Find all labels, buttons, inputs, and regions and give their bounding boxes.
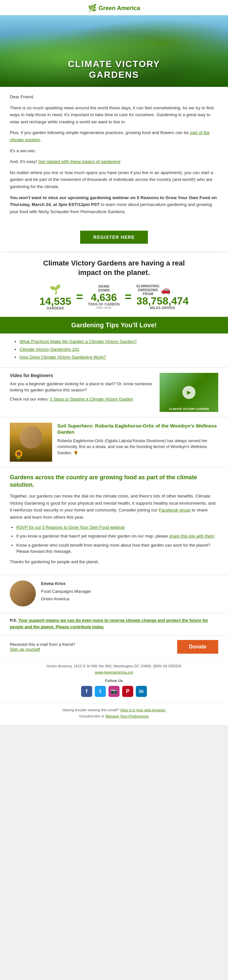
facebook-icon[interactable]: f <box>81 686 92 697</box>
flower-icon: 🌻 <box>13 449 24 460</box>
logo-leaf-icon: 🌿 <box>88 4 97 12</box>
greeting: Dear Friend, <box>10 93 218 100</box>
signature-title: Food Campaigns Manager <box>41 588 91 595</box>
video-section: Video for Beginners Are you a beginner g… <box>0 368 228 417</box>
ps-contribute-link[interactable]: Your support means we can do even more t… <box>10 618 208 629</box>
hero-title-line1: CLIMATE VICTORY <box>68 59 160 69</box>
stats-row: 🌱 14,535 GARDENS = drawdown 4,636 TONS O… <box>6 284 222 310</box>
video-para2: Check out our video: 5 Steps to Starting… <box>10 396 155 402</box>
para2: Plus, if you garden following simple reg… <box>10 129 218 143</box>
pinterest-icon[interactable]: P <box>122 686 133 697</box>
equals-1: = <box>76 290 83 304</box>
list-item: Climate Victory Gardening 101 <box>19 347 215 352</box>
carbon-sublabel: PER YEAR <box>88 306 120 309</box>
climate-para1: Together, our gardens can move the dial … <box>10 493 218 520</box>
gardens-icon: 🌱 <box>40 284 71 295</box>
signature-name: Emma Kriss <box>41 581 91 587</box>
tip-link-1[interactable]: What Practices Make My Garden a Climate … <box>19 339 137 344</box>
signup-link[interactable]: Sign up yourself <box>10 647 40 652</box>
para2-text: Plus, if you garden following simple reg… <box>10 130 190 135</box>
register-button[interactable]: REGISTER HERE <box>80 231 148 244</box>
signature-section: Emma Kriss Food Campaigns Manager Green … <box>0 575 228 613</box>
footer-bottom: Having trouble viewing this email? View … <box>0 704 228 725</box>
facebook-group-link[interactable]: Facebook group <box>159 508 191 512</box>
video-link[interactable]: 5 Steps to Starting a Climate Victory Ga… <box>50 397 133 401</box>
stat-gardens: 🌱 14,535 GARDENS <box>40 284 71 310</box>
tips-banner-title: Gardening Tips You'll Love! <box>71 321 157 329</box>
soil-body: Roberta Eaglehorse-Ortiz (Oglala Lakota/… <box>57 438 218 456</box>
climate-heading: Gardens across the country are growing f… <box>10 474 218 489</box>
video-text: Video for Beginners Are you a beginner g… <box>10 373 155 405</box>
para6: You won't want to miss our upcoming gard… <box>10 194 218 215</box>
footer-info: Green America, 1612 K St NW Ste 600, Was… <box>0 659 228 703</box>
view-browser-link[interactable]: View it in your web browser <box>120 708 166 712</box>
unsubscribe-text: Unsubscribe or Manage Your Preferences <box>10 713 218 720</box>
video-para1: Are you a beginner gardener looking for … <box>10 381 155 393</box>
para5: No matter where you live or how much spa… <box>10 169 218 190</box>
list-item: RSVP for our 5 Reasons to Grow Your Own … <box>16 524 218 531</box>
share-link[interactable]: share this link with them <box>169 534 214 538</box>
para3: It's a win-win. <box>10 147 218 154</box>
stat-carbon: drawdown 4,636 TONS OF CARBON PER YEAR <box>88 284 120 309</box>
para4: And, it's easy! Get started with these b… <box>10 158 218 165</box>
footer-address: Green America, 1612 K St NW Ste 600, Was… <box>10 663 218 669</box>
website-link[interactable]: www.greenamerica.org <box>95 670 133 674</box>
eliminating-label: eliminatingemissionsfrom 🚗 <box>137 284 188 296</box>
carbon-label: TONS OF CARBON <box>88 302 120 306</box>
follow-us-label: Follow Us <box>10 678 218 684</box>
manage-preferences-link[interactable]: Manage Your Preferences <box>105 714 149 718</box>
tips-list-section: What Practices Make My Garden a Climate … <box>0 334 228 368</box>
hero-title: CLIMATE VICTORY GARDENS <box>68 59 160 80</box>
donate-button[interactable]: Donate <box>177 640 218 654</box>
para4-prefix: And, it's easy! <box>10 159 38 164</box>
stat-miles: eliminatingemissionsfrom 🚗 38,758,474 MI… <box>137 284 188 310</box>
signup-text: Received this e-mail from a friend? Sign… <box>10 642 75 652</box>
rsvp-link[interactable]: RSVP for our 5 Reasons to Grow Your Own … <box>16 525 125 530</box>
soil-avatar <box>19 426 42 449</box>
gardening-basics-link[interactable]: Get started with these basics of gardeni… <box>38 159 120 164</box>
linkedin-icon[interactable]: in <box>136 686 147 697</box>
hero-title-line2: GARDENS <box>89 70 139 80</box>
carbon-number: 4,636 <box>88 292 120 302</box>
play-button-icon[interactable]: ▶ <box>182 386 195 399</box>
list-item: If you know a gardener that hasn't yet r… <box>16 533 218 539</box>
equals-2: = <box>125 290 132 304</box>
ps-text: P.S. Your support means we can do even m… <box>10 617 218 630</box>
para1: There is so much upsetting news around t… <box>10 105 218 126</box>
soil-heading-link[interactable]: Soil Superhero: Roberta Eaglehorse-Ortiz… <box>57 423 217 435</box>
logo-text: Green America <box>99 5 140 12</box>
hero-title-overlay: CLIMATE VICTORY GARDENS <box>68 59 160 80</box>
soil-section: 🌻 Soil Superhero: Roberta Eaglehorse-Ort… <box>0 417 228 467</box>
miles-number: 38,758,474 <box>137 296 188 306</box>
video-thumbnail-caption: CLIMATE VICTORY GARDEN <box>161 407 217 410</box>
signup-received: Received this e-mail from a friend? <box>10 642 75 647</box>
climate-section: Gardens across the country are growing f… <box>0 467 228 576</box>
tip-link-3[interactable]: How Does Climate Victory Gardening Work? <box>19 355 106 360</box>
avatar <box>10 581 36 606</box>
soil-text: Soil Superhero: Roberta Eaglehorse-Ortiz… <box>57 423 218 456</box>
gardens-number: 14,535 <box>40 296 71 307</box>
signature-org: Green America <box>41 596 91 602</box>
list-item: What Practices Make My Garden a Climate … <box>19 339 215 344</box>
body-content: Dear Friend, There is so much upsetting … <box>0 87 228 226</box>
tips-banner: Gardening Tips You'll Love! <box>0 317 228 334</box>
climate-bullets: RSVP for our 5 Reasons to Grow Your Own … <box>10 524 218 555</box>
hero-image: CLIMATE VICTORY GARDENS <box>0 15 228 87</box>
stats-title: Climate Victory Gardens are having a rea… <box>6 259 222 277</box>
header: 🌿 Green America <box>0 0 228 15</box>
trouble-text: Having trouble viewing this email? View … <box>10 707 218 714</box>
video-para2-prefix: Check out our video: <box>10 397 50 401</box>
stats-section: Climate Victory Gardens are having a rea… <box>0 252 228 317</box>
instagram-icon[interactable]: 📷 <box>108 686 120 697</box>
video-thumbnail[interactable]: ▶ CLIMATE VICTORY GARDEN <box>159 373 218 412</box>
tips-list: What Practices Make My Garden a Climate … <box>13 339 215 360</box>
footer-website: www.greenamerica.org <box>10 669 218 675</box>
soil-heading: Soil Superhero: Roberta Eaglehorse-Ortiz… <box>57 423 218 435</box>
list-item: Know a gardener who could benefit from l… <box>16 542 218 555</box>
drawdown-label: drawdown <box>88 284 120 292</box>
tip-link-2[interactable]: Climate Victory Gardening 101 <box>19 347 80 352</box>
register-section: REGISTER HERE <box>0 226 228 251</box>
ps-section: P.S. Your support means we can do even m… <box>0 613 228 635</box>
closing-text: Thanks for gardening for people and the … <box>10 558 218 565</box>
twitter-icon[interactable]: t <box>95 686 106 697</box>
